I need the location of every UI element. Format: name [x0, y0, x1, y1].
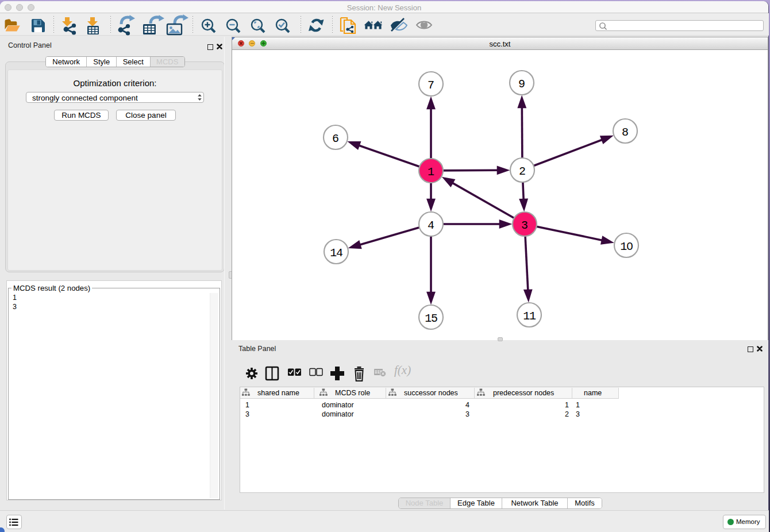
svg-text:2: 2 [519, 165, 526, 178]
svg-text:1: 1 [428, 165, 434, 179]
svg-text:14: 14 [330, 246, 342, 260]
svg-text:3: 3 [521, 219, 528, 232]
svg-text:9: 9 [518, 78, 525, 91]
svg-text:4: 4 [428, 219, 434, 232]
svg-text:6: 6 [332, 132, 339, 145]
svg-text:11: 11 [523, 310, 536, 323]
svg-text:8: 8 [622, 126, 629, 139]
svg-text:7: 7 [428, 79, 434, 92]
svg-text:15: 15 [425, 312, 437, 325]
